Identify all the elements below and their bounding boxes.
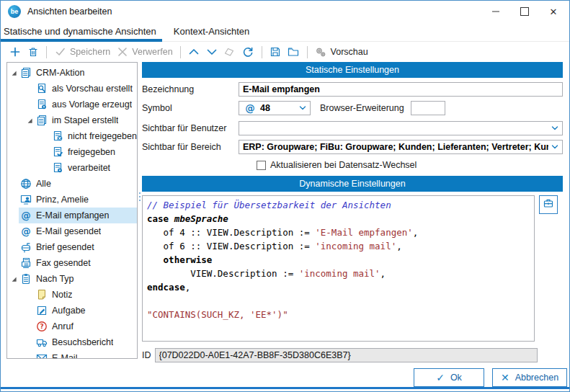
tree-item-nicht-freigegeben[interactable]: nicht freigegeben <box>7 128 137 144</box>
tree-item-content: aus Vorlage erzeugt <box>35 97 137 112</box>
plus-icon <box>9 46 21 58</box>
tree-item-content: Notiz <box>35 287 137 303</box>
toolbar-separator <box>262 46 262 58</box>
tree-item-fax-gesendet[interactable]: Fax gesendet <box>7 255 137 271</box>
move-up-button[interactable] <box>185 45 203 60</box>
tree-item-label: E-Mail gesendet <box>36 226 101 236</box>
tree-item-als-vorschau-erstellt[interactable]: als Vorschau erstellt <box>7 81 137 97</box>
maximize-button[interactable] <box>510 1 539 22</box>
bereich-label: Sichtbar für Bereich <box>142 142 239 152</box>
svg-text:?: ? <box>40 323 43 330</box>
minimize-button[interactable] <box>481 1 510 22</box>
tree-item-label: Besuchsbericht <box>52 337 113 347</box>
panel-splitter[interactable] <box>138 192 141 201</box>
at-icon: @ <box>19 226 32 237</box>
tree-item-alle[interactable]: Alle <box>7 176 137 192</box>
minimize-icon <box>492 11 499 12</box>
tab-label: Statische und dynamische Ansichten <box>4 26 156 37</box>
window-bottom-accent <box>1 387 569 389</box>
symbol-label: Symbol <box>142 103 239 113</box>
globe-icon <box>19 178 32 190</box>
refresh-button[interactable] <box>239 45 257 60</box>
tree-item-prinz-amelie[interactable]: Prinz, Amelie <box>7 192 137 208</box>
tree-item-label: Aufgabe <box>52 306 86 316</box>
tab-static-dynamic-views[interactable]: Statische und dynamische Ansichten <box>1 23 162 41</box>
bereich-dropdown[interactable]: ERP: Groupware; FiBu: Groupware; Kunden;… <box>239 140 563 154</box>
svg-text:@: @ <box>21 210 31 221</box>
check-icon: ✓ <box>436 373 445 383</box>
open-folder-button[interactable] <box>285 45 303 60</box>
page-gear-icon <box>35 99 48 110</box>
tree-item-content: Alle <box>19 176 137 192</box>
add-view-button[interactable] <box>6 45 24 60</box>
tree-item-content: @E-Mail empfangen <box>19 208 137 223</box>
save-button-label: Speichern <box>70 47 110 57</box>
ok-button[interactable]: ✓ Ok <box>414 368 484 387</box>
bezeichnung-label: Bezeichnung <box>142 84 239 94</box>
expander-icon[interactable] <box>25 117 35 124</box>
save-file-button[interactable] <box>267 45 285 60</box>
tree-item-label: Anruf <box>52 321 74 331</box>
tree-item-label: nicht freigegeben <box>68 131 137 141</box>
code-editor[interactable]: // Beispiel für Übersetzbarkeit der Ansi… <box>142 195 535 342</box>
tree-item-im-stapel-erstellt[interactable]: im Stapel erstellt <box>7 112 137 128</box>
expander-icon[interactable] <box>9 276 19 282</box>
title-bar[interactable]: be Ansichten bearbeiten ✕ <box>1 1 569 22</box>
cancel-button[interactable]: ✕ Abbrechen <box>492 368 567 387</box>
check-icon <box>54 46 66 58</box>
dialog-window: be Ansichten bearbeiten ✕ Statische und … <box>0 0 570 392</box>
tree-item-verarbeitet[interactable]: verarbeitet <box>7 160 137 176</box>
tree-item-e-mail[interactable]: E-Mail <box>7 350 137 359</box>
tree-item-notiz[interactable]: Notiz <box>7 287 137 303</box>
at-icon: @ <box>244 102 257 114</box>
tree-item-besuchsbericht[interactable]: Besuchsbericht <box>7 334 137 350</box>
benutzer-dropdown[interactable] <box>239 121 563 135</box>
browser-extension-input[interactable] <box>411 101 445 115</box>
preview-button[interactable]: Vorschau <box>312 45 371 60</box>
tree-item-e-mail-gesendet[interactable]: @E-Mail gesendet <box>7 223 137 239</box>
toolbar-separator <box>180 46 181 58</box>
tree-item-aus-vorlage-erzeugt[interactable]: aus Vorlage erzeugt <box>7 97 137 112</box>
views-tree: CRM-Aktionals Vorschau erstelltaus Vorla… <box>6 62 138 359</box>
note-icon <box>35 289 48 300</box>
discard-button-label: Verwerfen <box>132 47 172 57</box>
id-input <box>155 348 538 362</box>
tree-item-aufgabe[interactable]: Aufgabe <box>7 303 137 318</box>
code-line: case mbeSprache <box>147 212 530 226</box>
tree-item-nach-typ[interactable]: Nach Typ <box>7 271 137 287</box>
x-icon: ✕ <box>501 373 509 383</box>
expander-icon[interactable] <box>9 70 19 76</box>
move-down-button[interactable] <box>203 45 221 60</box>
tree-item-content: @E-Mail gesendet <box>19 223 137 239</box>
bezeichnung-input[interactable] <box>239 82 563 97</box>
chevron-down-icon <box>548 125 558 131</box>
code-line: of 4 :: VIEW.Description := 'E-Mail empf… <box>147 226 530 239</box>
cancel-button-label: Abbrechen <box>515 373 558 383</box>
save-button[interactable]: Speichern <box>51 45 113 60</box>
tree-item-brief-gesendet[interactable]: Brief gesendet <box>7 239 137 255</box>
x-icon <box>116 46 128 58</box>
ok-button-label: Ok <box>450 373 462 383</box>
symbol-value: 48 <box>260 103 270 113</box>
close-button[interactable]: ✕ <box>539 1 568 22</box>
tree-item-freigegeben[interactable]: freigegeben <box>7 144 137 160</box>
eraser-icon <box>224 46 236 58</box>
tree-item-content: E-Mail <box>35 350 137 359</box>
app-logo-text: be <box>11 8 19 15</box>
symbol-dropdown[interactable]: @ 48 <box>239 101 311 115</box>
tab-context-views[interactable]: Kontext-Ansichten <box>171 23 256 41</box>
tree-item-content: nicht freigegeben <box>50 128 137 144</box>
discard-button[interactable]: Verwerfen <box>113 45 175 60</box>
trash-icon <box>27 46 39 58</box>
delete-view-button[interactable] <box>24 45 42 60</box>
tree-item-content: Fax gesendet <box>19 255 137 271</box>
refresh-on-record-change-checkbox[interactable] <box>257 161 266 170</box>
tree-item-crm-aktion[interactable]: CRM-Aktion <box>7 65 137 81</box>
tree-item-e-mail-empfangen[interactable]: @E-Mail empfangen <box>7 208 137 223</box>
clear-button[interactable] <box>221 45 239 60</box>
svg-text:@: @ <box>21 226 31 237</box>
formula-toolbox-button[interactable] <box>539 195 558 214</box>
dynamic-settings-header: Dynamische Einstellungen <box>142 176 563 192</box>
tree-item-anruf[interactable]: ?Anruf <box>7 318 137 334</box>
window-title: Ansichten bearbeiten <box>27 6 112 17</box>
